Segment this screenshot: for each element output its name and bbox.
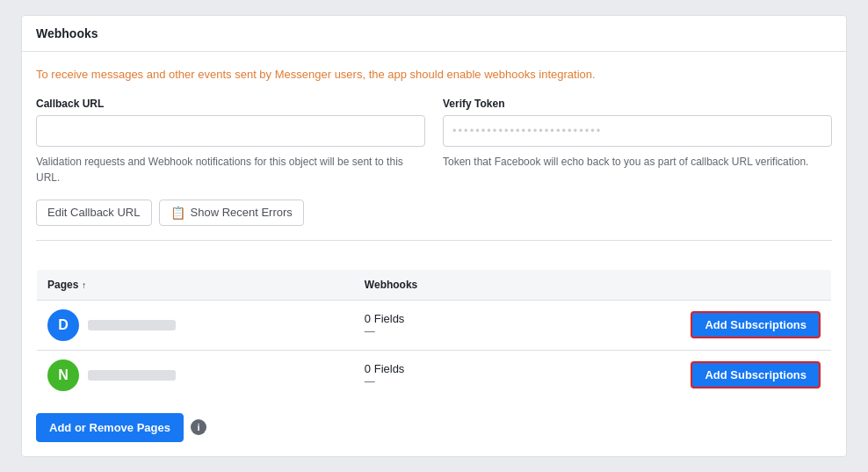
pages-table-section: Pages↑ Webhooks D 0 Fields: [22, 255, 846, 401]
action-cell-1: Add Subscriptions: [511, 300, 832, 350]
panel-title: Webhooks: [22, 16, 846, 52]
page-name-1: [88, 320, 176, 330]
clipboard-icon: 📋: [170, 206, 185, 220]
verify-token-group: Verify Token: [443, 98, 832, 147]
page-name-2: [88, 370, 176, 381]
bottom-row: Add or Remove Pages i: [22, 401, 846, 456]
edit-callback-url-button[interactable]: Edit Callback URL: [36, 200, 152, 226]
avatar-n: N: [47, 359, 79, 391]
col-action: [511, 269, 832, 300]
add-subscriptions-button-2[interactable]: Add Subscriptions: [691, 361, 821, 388]
callback-url-input[interactable]: [36, 115, 425, 147]
add-remove-pages-button[interactable]: Add or Remove Pages: [36, 413, 184, 442]
col-pages: Pages↑: [37, 269, 354, 300]
fields-cell-2: 0 Fields —: [354, 350, 511, 400]
fields-cell-1: 0 Fields —: [354, 300, 511, 350]
table-row: N 0 Fields — Add Subscriptions: [37, 350, 832, 400]
add-subscriptions-button-1[interactable]: Add Subscriptions: [691, 311, 821, 338]
info-icon[interactable]: i: [191, 419, 206, 435]
verify-token-input[interactable]: [443, 115, 832, 147]
page-cell-2: N: [47, 359, 344, 391]
callback-url-group: Callback URL: [36, 98, 425, 147]
avatar-d: D: [47, 309, 79, 341]
sort-arrow: ↑: [82, 280, 86, 290]
webhooks-panel: Webhooks To receive messages and other e…: [21, 15, 847, 457]
action-cell-2: Add Subscriptions: [511, 350, 832, 400]
table-row: D 0 Fields — Add Subscriptions: [37, 300, 832, 350]
callback-url-label: Callback URL: [36, 98, 425, 110]
callback-hint: Validation requests and Webhook notifica…: [36, 154, 425, 185]
verify-token-label: Verify Token: [443, 98, 832, 110]
info-message: To receive messages and other events sen…: [36, 66, 832, 84]
pages-table: Pages↑ Webhooks D 0 Fields: [36, 269, 832, 401]
col-webhooks: Webhooks: [354, 269, 511, 300]
page-cell-1: D: [47, 309, 344, 341]
show-recent-errors-button[interactable]: 📋 Show Recent Errors: [159, 200, 304, 226]
token-hint: Token that Facebook will echo back to yo…: [443, 154, 832, 185]
